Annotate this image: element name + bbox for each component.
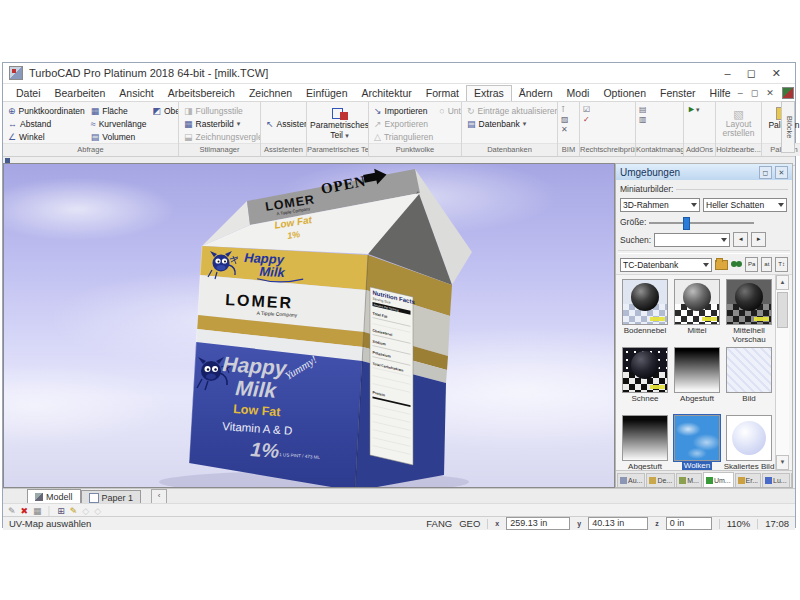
ribbon-abstand[interactable]: ↔Abstand [6,117,87,130]
scroll-up-icon[interactable]: ▲ [776,275,789,290]
snap-icon[interactable]: ⊞ [57,506,65,516]
material-wolken-selected[interactable]: Wolken [671,415,723,470]
ribbon-kurvenlaenge[interactable]: ≈Kurvenlänge [89,117,149,130]
doc-minimize-icon[interactable]: – [738,88,743,98]
menu-arbeitsbereich[interactable]: Arbeitsbereich [161,86,242,100]
palette-tab-um[interactable]: Um... [703,472,734,487]
coord-y-field[interactable]: 40.13 in [588,517,648,530]
no-edit-icon[interactable]: ✎ [8,506,16,516]
palette-tab-m[interactable]: M... [676,473,702,487]
snap-mode-fang[interactable]: FANG [426,518,452,529]
ribbon-group-addons: ►▾ AddOns [684,102,716,156]
palette-tab-er[interactable]: Er... [735,473,761,487]
menu-hilfe[interactable]: Hilfe [703,86,738,100]
ribbon-parametrisches-teil[interactable]: Parametrisches Teil ▾ [310,104,368,143]
spellcheck-options-icon[interactable]: ✓ [583,115,590,124]
ribbon-volumen[interactable]: ▤Volumen [89,130,149,143]
open-folder-icon[interactable] [715,260,728,270]
menu-bearbeiten[interactable]: Bearbeiten [48,86,113,100]
minimize-icon[interactable]: – [725,67,731,80]
menu-extras[interactable]: Extras [466,85,512,101]
material-mittel[interactable]: Mittel [671,279,723,344]
doc-close-icon[interactable]: ✕ [766,88,774,98]
bim-tool2-icon[interactable]: ▨ [561,115,569,124]
search-prev-button[interactable]: ◄ [733,232,748,247]
pin-icon[interactable]: ◻ [759,166,772,179]
menu-optionen[interactable]: Optionen [596,86,653,100]
tab-lu-icon [765,477,772,484]
palette-scrollbar[interactable]: ▲ ▼ [775,275,789,470]
menu-zeichnen[interactable]: Zeichnen [242,86,299,100]
ribbon-importieren[interactable]: ↘Importieren [372,104,435,117]
size-slider[interactable] [649,216,754,228]
search-next-button[interactable]: ► [751,232,766,247]
drawing-viewport[interactable]: OPEN LOMER A Tipple Company Low Fat 1% [3,163,615,488]
bim-tool3-icon[interactable]: ✕ [561,125,569,134]
zoom-level[interactable]: 110% [727,518,751,529]
menu-bar: Datei Bearbeiten Ansicht Arbeitsbereich … [3,84,795,102]
snap-mode-geo[interactable]: GEO [459,518,480,529]
material-mittelhell-vorschau[interactable]: Mittelhell Vorschau [723,279,775,344]
material-bild[interactable]: Bild [723,347,775,412]
contact-card-icon[interactable]: ▥ [639,115,647,124]
database-select[interactable]: TC-Datenbank [620,258,712,272]
ribbon-assistenten[interactable]: ↖Assistenten▾ [264,117,306,130]
tab-er-icon [738,477,745,484]
addons-icon[interactable]: ►▾ [687,104,699,114]
palette-tab-lu[interactable]: Lu... [762,473,790,487]
scroll-down-icon[interactable]: ▼ [776,455,789,470]
doc-restore-icon[interactable]: ◻ [751,88,758,98]
delete-icon[interactable]: ✖ [21,506,29,516]
point-coords-icon: ⊕ [8,106,16,116]
tool-extra1-icon: ◇ [82,506,89,516]
ribbon-oberflaechenbereich[interactable]: ◩Oberflächenbereich [150,104,178,117]
menu-fenster[interactable]: Fenster [653,86,703,100]
menu-ansicht[interactable]: Ansicht [112,86,160,100]
restore-icon[interactable]: ◻ [747,67,756,80]
tab-paper1[interactable]: Paper 1 [81,490,142,504]
material-bodennebel[interactable]: Bodennebel [619,279,671,344]
shadow-select[interactable]: Heller Schatten [703,198,787,212]
ribbon-punktkoordinaten[interactable]: ⊕Punktkoordinaten [6,104,87,117]
menu-format[interactable]: Format [419,86,466,100]
ribbon-winkel[interactable]: ∠Winkel [6,130,87,143]
menu-aendern[interactable]: Ändern [512,86,560,100]
bim-tool1-icon[interactable]: ⊺ [561,105,569,114]
menu-modi[interactable]: Modi [560,86,597,100]
menu-einfuegen[interactable]: Einfügen [299,86,354,100]
coord-x-field[interactable]: 259.13 in [506,517,570,530]
ribbon-datenbank[interactable]: ▤Datenbank▾ [465,117,557,130]
palette-header[interactable]: Umgebungen ◻ ✕ [616,164,792,180]
window-title: TurboCAD Pro Platinum 2018 64-bit - [mil… [29,67,268,79]
tab-scroll-left-button[interactable]: ‹ [151,489,167,504]
material-schnee[interactable]: Schnee [619,347,671,412]
blocks-vertical-tab[interactable]: Blöcke [781,101,795,153]
ribbon-rasterbild[interactable]: ▦Rasterbild▾ [182,117,260,130]
view-names-button[interactable]: at [761,257,772,272]
menu-architektur[interactable]: Architektur [355,86,419,100]
palette-close-icon[interactable]: ✕ [775,166,788,179]
view-thumbnails-button[interactable]: Pa [745,257,758,272]
grid-icon[interactable]: ▦ [33,506,42,516]
search-browse-icon[interactable] [731,261,742,268]
ribbon-flaeche[interactable]: ▦Fläche [89,104,149,117]
material-abgestuft-invertiert[interactable]: Abgestuft Invertiert [619,415,671,470]
close-icon[interactable]: ✕ [772,67,781,80]
palette-tab-bil[interactable]: Bil... [791,473,792,487]
palette-tab-au[interactable]: Au... [617,473,645,487]
slider-thumb[interactable] [683,217,690,230]
material-skaliertes-bild[interactable]: Skaliertes Bild [723,415,775,470]
scrollbar-thumb[interactable] [777,292,788,328]
material-abgestuft[interactable]: Abgestuft [671,347,723,412]
edit-icon[interactable]: ✎ [70,506,78,516]
view-sort-button[interactable]: T↕ [775,257,788,272]
search-input[interactable] [654,233,730,247]
frame-select[interactable]: 3D-Rahmen [620,198,700,212]
coord-z-field[interactable]: 0 in [666,517,712,530]
spellcheck-icon[interactable]: ☑ [583,105,590,114]
menu-datei[interactable]: Datei [9,86,48,100]
status-bar: UV-Map auswählen FANG GEO x 259.13 in y … [3,516,795,530]
contact-list-icon[interactable]: ▤ [639,105,647,114]
palette-tab-de[interactable]: De... [646,473,675,487]
tab-modell[interactable]: Modell [27,489,81,504]
